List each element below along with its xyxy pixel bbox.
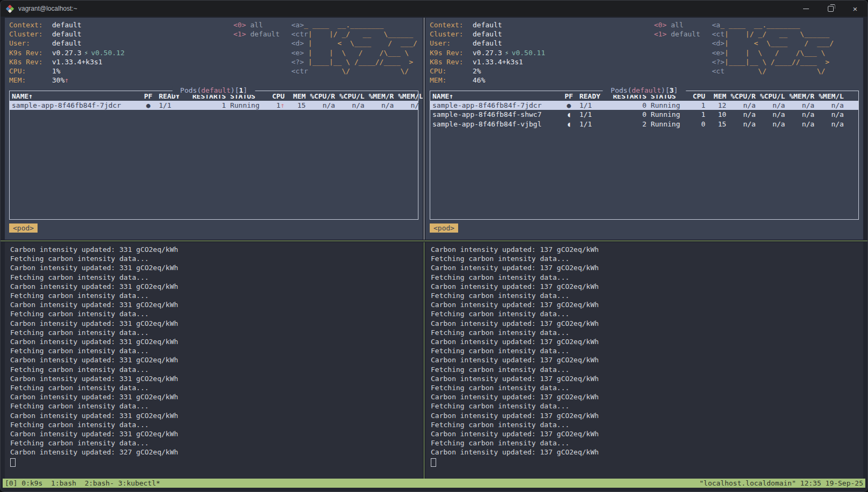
cell-mem: 12 <box>705 101 726 110</box>
window-title: vagrant@localhost:~ <box>18 5 793 12</box>
tmux-window-list[interactable]: [0] 0:k9s 1:bash 2:bash- 3:kubectl* <box>5 479 160 488</box>
log-line: Carbon intensity updated: 331 gCO2eq/kWh <box>10 374 423 383</box>
col-header-pod-name: NAME↑ <box>432 92 563 101</box>
cell-cpu-l: n/a <box>756 101 785 110</box>
k9s-pane-right[interactable]: Context:defaultCluster:defaultUser:defau… <box>425 18 863 240</box>
cell-ready: 1/1 <box>575 110 609 119</box>
cell-mem-l: n/a <box>814 120 844 129</box>
log-line: Fetching carbon intensity data... <box>10 309 423 318</box>
terminal-footer <box>5 488 863 491</box>
k9s-pane-left[interactable]: Context:defaultCluster:defaultUser:defau… <box>5 18 423 240</box>
upgrade-version: v0.50.11 <box>512 48 546 57</box>
info-label: Cluster: <box>430 29 473 39</box>
info-label: K9s Rev: <box>430 48 473 57</box>
log-line: Carbon intensity updated: 331 gCO2eq/kWh <box>10 263 423 272</box>
cell-mem: 15 <box>285 101 306 110</box>
cell-mem-r: n/a <box>785 101 814 110</box>
info-label: MEM: <box>9 76 52 85</box>
pods-title-namespace: default <box>632 86 661 94</box>
log-line: Fetching carbon intensity data... <box>10 383 423 392</box>
pods-table-box: Pods(default)[3] NAME↑PFREADYRESTARTSSTA… <box>430 91 859 220</box>
table-row[interactable]: sample-app-8f46fb84f-7jdcr●1/11Running1↑… <box>10 101 418 110</box>
pods-table-title: Pods(default)[1] <box>172 86 255 95</box>
cell-cpu-l: n/a <box>335 101 365 110</box>
upgrade-version: v0.50.12 <box>91 48 125 57</box>
cell-mem-l: n/a <box>814 101 844 110</box>
log-line: Fetching carbon intensity data... <box>10 438 423 448</box>
pods-table: NAME↑PFREADYRESTARTSSTATUSCPUMEM%CPU/R%C… <box>430 91 858 129</box>
shortcut-label: default <box>246 30 279 38</box>
namespace-shortcut: <0>all <box>233 20 279 29</box>
k9s-logo-line: <?>|____|__ \ /____//____ > <box>712 57 834 66</box>
log-line: Carbon intensity updated: 331 gCO2eq/kWh <box>10 355 423 364</box>
menu-shortcut-key: <?> <box>291 58 308 66</box>
table-row[interactable]: sample-app-8f46fb84f-vjbgl◖1/12Running01… <box>430 120 858 129</box>
pane-divider-vertical-bottom[interactable] <box>423 242 425 479</box>
log-line: Carbon intensity updated: 331 gCO2eq/kWh <box>10 392 423 401</box>
cursor-line <box>10 457 423 469</box>
log-pane-left[interactable]: Carbon intensity updated: 331 gCO2eq/kWh… <box>5 242 423 479</box>
pods-title-count: 1 <box>239 86 243 94</box>
cell-port-forward-icon: ◖ <box>563 120 575 129</box>
cell-pod-name: sample-app-8f46fb84f-7jdcr <box>12 101 142 110</box>
table-row[interactable]: sample-app-8f46fb84f-7jdcr●1/10Running11… <box>430 101 858 110</box>
cell-mem: 15 <box>705 120 726 129</box>
cursor-line <box>431 457 863 469</box>
menu-shortcut-key: <d> <box>291 39 308 47</box>
info-label: K9s Rev: <box>9 48 52 57</box>
k9s-logo: <a>_ ____ __.________<ctr| |/ _/ __ \___… <box>291 20 417 76</box>
cell-mem-r: n/a <box>785 110 814 119</box>
restore-icon <box>828 6 834 12</box>
k9s-logo-line: <e> | | \ / /\___ \ <box>291 48 417 57</box>
log-line: Carbon intensity updated: 137 gCO2eq/kWh <box>431 263 863 272</box>
cell-cpu-l: n/a <box>756 120 785 129</box>
log-line: Fetching carbon intensity data... <box>431 401 863 411</box>
col-header-mem-l: %MEM/L <box>394 92 423 101</box>
info-value: v0.27.3 <box>473 48 502 57</box>
col-header-mem-r: %MEM/R <box>364 92 394 101</box>
pods-title-count: 3 <box>670 86 674 94</box>
log-line: Fetching carbon intensity data... <box>431 309 863 318</box>
log-line: Carbon intensity updated: 327 gCO2eq/kWh <box>10 448 423 457</box>
close-button[interactable]: × <box>843 1 867 17</box>
cell-cpu-r: n/a <box>726 120 756 129</box>
k9s-logo-line: <ctr \/ \/ <box>291 66 417 76</box>
cell-cpu: 0 <box>685 120 705 129</box>
cell-cpu: 1 <box>685 110 705 119</box>
minimize-button[interactable] <box>793 1 818 17</box>
cell-cpu-l: n/a <box>756 110 785 119</box>
breadcrumb: <pod> <box>430 223 859 233</box>
cell-mem-l: n/a <box>394 101 423 110</box>
menu-shortcut-key: <?> <box>712 58 724 66</box>
info-label: CPU: <box>9 66 52 76</box>
log-line: Carbon intensity updated: 137 gCO2eq/kWh <box>431 300 863 309</box>
k9s-header: Context:defaultCluster:defaultUser:defau… <box>9 20 418 85</box>
minimize-icon <box>803 9 809 9</box>
cell-status: Running <box>646 120 684 129</box>
breadcrumb-pod: <pod> <box>9 223 38 233</box>
terminal-window: vagrant@localhost:~ × Context:defaultClu… <box>0 0 868 492</box>
log-pane-right[interactable]: Carbon intensity updated: 137 gCO2eq/kWh… <box>425 242 863 479</box>
cell-status: Running <box>646 101 684 110</box>
restore-button[interactable] <box>818 1 843 17</box>
col-header-mem: MEM <box>285 92 306 101</box>
menu-shortcut-key: <a <box>712 21 720 29</box>
info-label: Context: <box>430 20 473 29</box>
k9s-logo-line: <a>_ ____ __.________ <box>291 20 417 29</box>
log-line: Carbon intensity updated: 331 gCO2eq/kWh <box>10 411 423 420</box>
log-line: Fetching carbon intensity data... <box>431 420 863 429</box>
cell-port-forward-icon: ● <box>142 101 155 110</box>
col-header-pod-name: NAME↑ <box>12 92 142 101</box>
pane-divider-horizontal[interactable] <box>5 240 863 242</box>
info-value: 2% <box>473 66 481 76</box>
k9s-logo-line: <e>| | \ / /\___ \ <box>712 48 834 57</box>
log-line: Fetching carbon intensity data... <box>431 254 863 263</box>
table-row[interactable]: sample-app-8f46fb84f-shwc7◖1/10Running11… <box>430 110 858 119</box>
log-line: Carbon intensity updated: 137 gCO2eq/kWh <box>431 374 863 383</box>
log-line: Carbon intensity updated: 137 gCO2eq/kWh <box>431 319 863 328</box>
cell-port-forward-icon: ◖ <box>563 110 575 119</box>
log-line: Fetching carbon intensity data... <box>10 328 423 337</box>
namespace-shortcut: <0>all <box>654 20 700 29</box>
col-header-mem: MEM <box>705 92 726 101</box>
pods-table-title: Pods(default)[3] <box>603 86 686 95</box>
